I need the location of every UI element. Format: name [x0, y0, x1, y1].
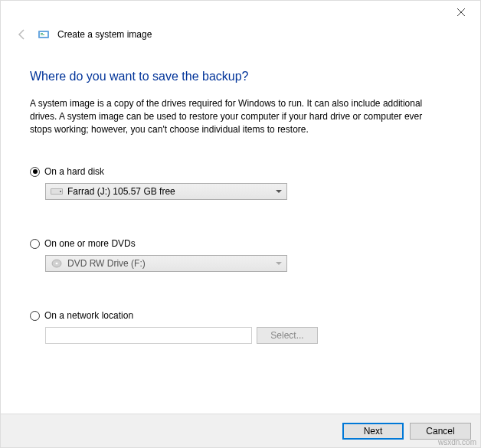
page-description: A system image is a copy of the drives r…	[30, 97, 436, 136]
network-select-button: Select...	[257, 327, 318, 344]
footer: Next Cancel	[1, 414, 480, 447]
back-button[interactable]	[15, 27, 30, 42]
network-path-input[interactable]	[45, 327, 252, 344]
hard-drive-icon	[51, 187, 63, 196]
close-icon	[457, 8, 465, 16]
header-row: Create a system image	[1, 24, 480, 47]
dialog-window: Create a system image Where do you want …	[0, 0, 481, 448]
network-row: Select...	[45, 327, 451, 344]
radio-hard-disk-input[interactable]	[30, 167, 40, 177]
option-hard-disk: On a hard disk Farrad (J:) 105.57 GB fre…	[30, 166, 451, 200]
radio-dvd[interactable]: On one or more DVDs	[30, 238, 451, 249]
radio-hard-disk-label: On a hard disk	[44, 166, 104, 177]
arrow-left-icon	[16, 28, 28, 41]
header-title: Create a system image	[57, 29, 152, 40]
chevron-down-icon	[276, 262, 282, 265]
radio-dvd-label: On one or more DVDs	[44, 238, 136, 249]
svg-rect-4	[41, 33, 43, 34]
radio-network-input[interactable]	[30, 311, 40, 321]
next-button[interactable]: Next	[342, 423, 404, 440]
dvd-selected-text: DVD RW Drive (F:)	[67, 258, 146, 269]
hard-disk-selected-text: Farrad (J:) 105.57 GB free	[67, 186, 175, 197]
svg-rect-5	[41, 34, 44, 35]
dvd-select: DVD RW Drive (F:)	[45, 255, 287, 272]
chevron-down-icon	[276, 190, 282, 193]
watermark: wsxdn.com	[438, 438, 476, 446]
system-image-icon	[38, 28, 50, 41]
dvd-drive-icon	[51, 259, 63, 268]
svg-point-10	[56, 263, 58, 264]
option-network: On a network location Select...	[30, 310, 451, 344]
radio-hard-disk[interactable]: On a hard disk	[30, 166, 451, 177]
cancel-button[interactable]: Cancel	[410, 423, 471, 440]
radio-network-label: On a network location	[44, 310, 133, 321]
svg-point-8	[60, 191, 61, 192]
radio-dvd-input[interactable]	[30, 239, 40, 249]
page-title: Where do you want to save the backup?	[30, 70, 451, 83]
hard-disk-select[interactable]: Farrad (J:) 105.57 GB free	[45, 183, 287, 200]
content-area: Where do you want to save the backup? A …	[1, 47, 480, 414]
option-dvd: On one or more DVDs DVD RW Drive (F:)	[30, 238, 451, 272]
titlebar	[1, 1, 480, 24]
radio-network[interactable]: On a network location	[30, 310, 451, 321]
close-button[interactable]	[450, 1, 473, 24]
